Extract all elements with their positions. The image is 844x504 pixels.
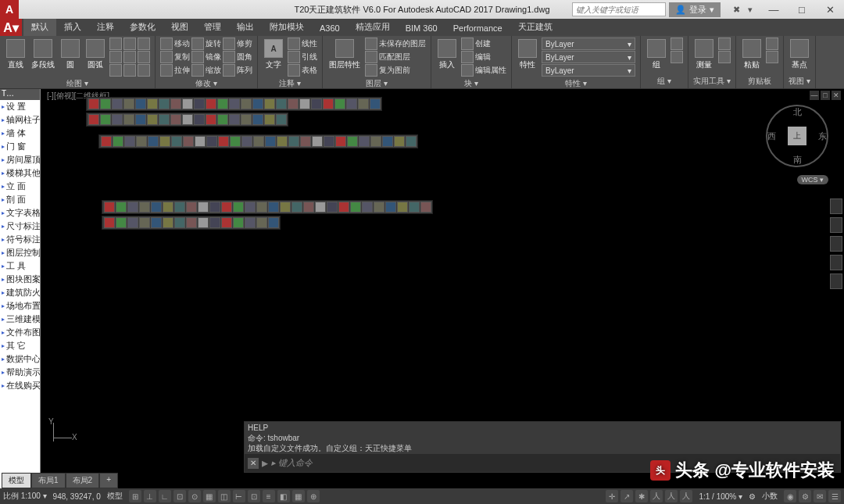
toolbar-button[interactable] <box>394 136 405 147</box>
nav-zoom-icon[interactable] <box>830 236 842 252</box>
toolbar-button[interactable] <box>127 217 138 228</box>
toolbar-button[interactable] <box>338 202 349 213</box>
toolbar-button[interactable] <box>206 114 216 125</box>
toolbar-button[interactable] <box>100 114 111 125</box>
ribbon-tab-3[interactable]: 参数化 <box>122 18 163 36</box>
status-toggle[interactable]: ⊡ <box>248 490 260 502</box>
layout-tab[interactable]: 布局2 <box>66 473 100 488</box>
toolbar-button[interactable] <box>217 114 228 125</box>
app-menu-button[interactable]: A▾ <box>0 19 22 36</box>
command-close-icon[interactable]: ✕ <box>248 458 259 469</box>
toolbar-button[interactable] <box>123 114 134 125</box>
toolbar-button[interactable] <box>241 136 252 147</box>
toolbar-button[interactable] <box>148 136 159 147</box>
toolbar-button[interactable] <box>253 136 264 147</box>
toolbar-button[interactable] <box>312 136 323 147</box>
layer-combo[interactable]: ByLayer▾ <box>542 38 635 50</box>
toolbar-button[interactable] <box>170 98 181 109</box>
help-icon[interactable]: ▾ <box>744 3 756 16</box>
text-button[interactable]: A文字 <box>263 38 284 72</box>
ribbon-tab-2[interactable]: 注释 <box>89 18 122 36</box>
toolbar-button[interactable] <box>241 98 252 109</box>
status-toggle[interactable]: ⊢ <box>233 490 245 502</box>
ribbon-tab-11[interactable]: Performance <box>445 20 510 36</box>
toolbar-button[interactable] <box>420 202 431 213</box>
ribbon-tab-4[interactable]: 视图 <box>163 18 196 36</box>
sidebar-item[interactable]: 楼梯其他 <box>0 166 40 180</box>
sidebar-item[interactable]: 轴网柱子 <box>0 113 40 127</box>
minimize-button[interactable]: — <box>760 0 788 19</box>
drawing-canvas[interactable]: [-][俯视][二维线框] — □ ✕ Y X 上 北 南 东 西 WCS ▾ <box>41 89 844 488</box>
modify-修剪[interactable] <box>223 38 235 50</box>
close-button[interactable]: ✕ <box>816 0 844 19</box>
sidebar-item[interactable]: 剖 面 <box>0 193 40 206</box>
viewcube[interactable]: 上 北 南 东 西 <box>766 105 828 167</box>
status-toggle[interactable]: ☰ <box>828 490 841 502</box>
toolbar-button[interactable] <box>229 114 240 125</box>
toolbar-button[interactable] <box>171 136 182 147</box>
modify-移动[interactable] <box>160 38 173 50</box>
sidebar-item[interactable]: 其 它 <box>0 339 40 352</box>
command-chevron-icon[interactable]: ▸ <box>262 456 268 470</box>
floating-toolbar-3[interactable] <box>98 134 418 148</box>
toolbar-button[interactable] <box>218 136 229 147</box>
toolbar-button[interactable] <box>233 202 244 213</box>
toolbar-button[interactable] <box>406 136 417 147</box>
base-view-button[interactable]: 基点 <box>789 38 810 72</box>
toolbar-button[interactable] <box>101 136 112 147</box>
draw-圆[interactable]: 圆 <box>59 38 81 72</box>
sidebar-item[interactable]: 尺寸标注 <box>0 220 40 233</box>
toolbar-button[interactable] <box>256 217 267 228</box>
properties-button[interactable]: 特性 <box>517 38 538 72</box>
toolbar-button[interactable] <box>229 98 240 109</box>
floating-toolbar-4[interactable] <box>102 200 433 214</box>
toolbar-button[interactable] <box>112 114 123 125</box>
annotation-scale[interactable]: 1:1 / 100% ▾ <box>699 492 742 501</box>
layer-combo[interactable]: ByLayer▾ <box>542 64 635 77</box>
modify-旋转[interactable] <box>191 38 204 50</box>
nav-wheel-icon[interactable] <box>830 198 842 214</box>
toolbar-button[interactable] <box>346 98 357 109</box>
sidebar-item[interactable]: 图块图案 <box>0 273 40 286</box>
modify-拉伸[interactable] <box>160 64 173 77</box>
sidebar-item[interactable]: 文字表格 <box>0 206 40 220</box>
toolbar-button[interactable] <box>303 202 314 213</box>
model-space-button[interactable]: 模型 <box>107 491 123 502</box>
toolbar-button[interactable] <box>116 202 127 213</box>
sidebar-item[interactable]: 文件布图 <box>0 326 40 339</box>
layer-combo[interactable]: ByLayer▾ <box>542 51 635 63</box>
toolbar-button[interactable] <box>264 98 275 109</box>
floating-toolbar-5[interactable] <box>102 216 281 230</box>
modify-缩放[interactable] <box>191 64 204 77</box>
navigation-bar[interactable] <box>830 198 842 289</box>
status-toggle[interactable]: ∟ <box>159 490 171 502</box>
toolbar-button[interactable] <box>359 136 370 147</box>
toolbar-button[interactable] <box>280 202 291 213</box>
gear-icon[interactable]: ⚙ <box>749 492 756 501</box>
toolbar-button[interactable] <box>350 202 361 213</box>
toolbar-button[interactable] <box>123 98 134 109</box>
group-button[interactable]: 组 <box>646 38 667 72</box>
toolbar-button[interactable] <box>116 217 127 228</box>
toolbar-button[interactable] <box>217 98 228 109</box>
ribbon-tab-12[interactable]: 天正建筑 <box>510 18 560 36</box>
toolbar-button[interactable] <box>174 202 185 213</box>
toolbar-button[interactable] <box>163 202 173 213</box>
precision-dropdown[interactable]: 小数 <box>762 491 778 502</box>
toolbar-button[interactable] <box>300 136 311 147</box>
toolbar-button[interactable] <box>139 217 150 228</box>
toolbar-button[interactable] <box>127 202 138 213</box>
floating-toolbar-2[interactable] <box>86 113 288 127</box>
sidebar-title[interactable]: T… <box>0 89 40 100</box>
toolbar-button[interactable] <box>151 202 162 213</box>
toolbar-button[interactable] <box>241 114 252 125</box>
toolbar-button[interactable] <box>268 217 279 228</box>
toolbar-button[interactable] <box>245 217 256 228</box>
ribbon-tab-5[interactable]: 管理 <box>196 18 229 36</box>
layout-tab[interactable]: + <box>99 473 118 488</box>
viewcube-top-face[interactable]: 上 <box>788 127 806 145</box>
draw-圆弧[interactable]: 圆弧 <box>84 38 106 72</box>
ribbon-tab-9[interactable]: 精选应用 <box>348 18 398 36</box>
status-toggle[interactable]: ⊡ <box>173 490 186 502</box>
toolbar-button[interactable] <box>135 114 146 125</box>
